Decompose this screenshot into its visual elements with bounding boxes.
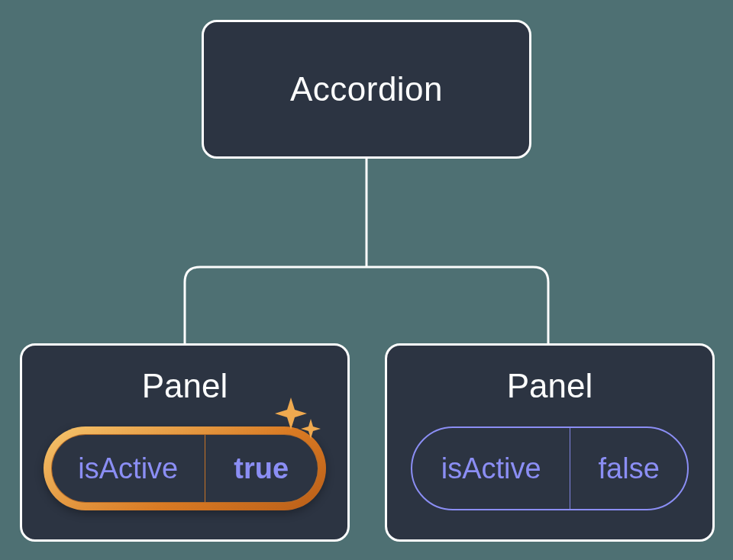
state-key: isActive: [412, 428, 570, 509]
panel-label: Panel: [142, 367, 228, 405]
root-node-accordion: Accordion: [202, 20, 531, 159]
panel-node-left: Panel isActive true: [20, 343, 350, 542]
panel-node-right: Panel isActive false: [385, 343, 715, 542]
pill-divider: [205, 435, 205, 502]
pill-divider: [570, 428, 570, 509]
sparkle-icon: [270, 393, 323, 446]
state-key: isActive: [52, 435, 205, 502]
state-pill-inactive: isActive false: [411, 426, 689, 510]
root-label: Accordion: [290, 70, 443, 108]
state-value: false: [570, 428, 687, 509]
panel-label: Panel: [507, 367, 593, 405]
state-pill-active: isActive true: [44, 426, 326, 510]
